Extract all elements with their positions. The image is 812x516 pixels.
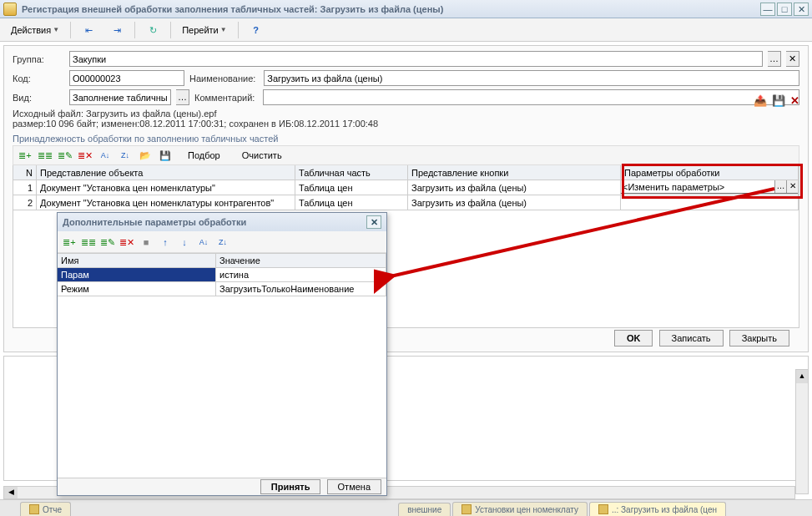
dialog-cancel-button[interactable]: Отмена	[327, 479, 381, 494]
help-button[interactable]: ?	[244, 21, 269, 39]
section-toolbar: ≣+ ≣≣ ≣✎ ≣✕ A↓ Z↓ 📂 💾 Подбор Очистить	[13, 145, 799, 165]
dialog-grid: Имя Значение Парам истина Режим Загрузит…	[58, 253, 386, 478]
tab-item[interactable]: Установки цен номенклату	[452, 502, 588, 516]
dlg-copy-button[interactable]: ≣≣	[80, 234, 97, 250]
name-label: Наименование:	[189, 73, 255, 83]
code-input[interactable]	[69, 70, 184, 86]
dlg-move-down-button[interactable]: ↓	[176, 234, 193, 250]
folder-icon	[598, 504, 608, 514]
dlg-add-button[interactable]: ≣+	[61, 234, 78, 250]
group-select-button[interactable]: …	[768, 51, 781, 67]
dialog-grid-header: Имя Значение	[58, 254, 386, 268]
main-toolbar: Действия▼ ⇤ ⇥ ↻ Перейти▼ ?	[0, 18, 812, 42]
maximize-button[interactable]: □	[777, 3, 792, 16]
ok-button[interactable]: OK	[614, 330, 653, 347]
table-row[interactable]: 2 Документ "Установка цен номенклатуры к…	[13, 195, 799, 210]
close-form-button[interactable]: Закрыть	[729, 330, 789, 347]
sort-asc-button[interactable]: A↓	[97, 147, 113, 164]
scroll-up-icon[interactable]: ▲	[796, 370, 808, 383]
save-button[interactable]: 💾	[157, 147, 174, 164]
group-input[interactable]	[69, 51, 763, 67]
dlg-col-name[interactable]: Имя	[58, 254, 216, 268]
dlg-move-up-button[interactable]: ↑	[157, 234, 174, 250]
folder-icon	[461, 504, 472, 514]
dlg-col-value[interactable]: Значение	[216, 254, 386, 268]
add-row-button[interactable]: ≣+	[17, 147, 33, 164]
source-file-line2: размер:10 096 байт; изменен:08.12.2011 1…	[13, 119, 799, 129]
col-n[interactable]: N	[13, 165, 37, 180]
params-clear-button[interactable]: ✕	[786, 180, 798, 193]
close-button[interactable]: ✕	[794, 3, 809, 16]
goto-menu[interactable]: Перейти▼	[176, 23, 233, 38]
group-clear-button[interactable]: ✕	[786, 51, 799, 67]
write-button[interactable]: Записать	[659, 330, 724, 347]
window-title: Регистрация внешней обработки заполнения…	[22, 4, 760, 14]
select-button[interactable]: Подбор	[180, 148, 228, 163]
tab-item[interactable]: Отче	[20, 502, 71, 516]
title-bar: Регистрация внешней обработки заполнения…	[0, 0, 812, 18]
help-icon: ?	[250, 23, 263, 37]
dialog-close-button[interactable]: ✕	[366, 215, 381, 229]
arrow-left-icon: ⇤	[82, 23, 95, 37]
folder-icon	[3, 3, 17, 16]
table-row[interactable]: 1 Документ "Установка цен номенклатуры" …	[13, 180, 799, 195]
col-obj[interactable]: Представление объекта	[37, 165, 295, 180]
dialog-accept-button[interactable]: Принять	[260, 479, 321, 494]
clear-button[interactable]: Очистить	[235, 148, 290, 163]
delete-row-button[interactable]: ≣✕	[77, 147, 93, 164]
minimize-button[interactable]: —	[760, 3, 775, 16]
source-file-line1: Исходный файл: Загрузить из файла (цены)…	[13, 109, 799, 119]
dialog-row[interactable]: Парам истина	[58, 268, 386, 282]
tab-item-active[interactable]: ..: Загрузить из файла (цен	[589, 502, 726, 516]
col-btn[interactable]: Представление кнопки	[408, 165, 621, 180]
kind-dropdown-button[interactable]: …	[176, 89, 189, 105]
dialog-row[interactable]: Режим ЗагрузитьТолькоНаименование	[58, 282, 386, 296]
save-file-icon[interactable]: 💾	[772, 94, 785, 107]
comment-label: Комментарий:	[194, 93, 255, 103]
upload-file-icon[interactable]: 📤	[754, 94, 767, 107]
folder-icon	[29, 504, 39, 514]
dialog-footer: Принять Отмена	[58, 478, 386, 495]
delete-file-icon[interactable]: ✕	[790, 94, 799, 107]
params-edit-cell[interactable]: … ✕	[621, 180, 799, 194]
refresh-icon: ↻	[146, 23, 159, 37]
comment-input[interactable]	[263, 89, 799, 105]
nav-forward-button[interactable]: ⇥	[104, 21, 129, 39]
code-label: Код:	[13, 73, 64, 83]
table-header: N Представление объекта Табличная часть …	[13, 165, 799, 180]
col-par[interactable]: Параметры обработки	[621, 165, 799, 180]
dialog-title: Дополнительные параметры обработки	[63, 217, 246, 227]
actions-menu[interactable]: Действия▼	[5, 23, 65, 38]
group-label: Группа:	[13, 54, 64, 64]
arrow-right-icon: ⇥	[110, 23, 124, 37]
refresh-button[interactable]: ↻	[140, 21, 165, 39]
tab-item[interactable]: внешние	[398, 503, 451, 516]
open-button[interactable]: 📂	[137, 147, 154, 164]
dlg-edit-button[interactable]: ≣✎	[99, 234, 116, 250]
dlg-sort-asc-button[interactable]: A↓	[195, 234, 212, 250]
dlg-sort-desc-button[interactable]: Z↓	[214, 234, 231, 250]
params-dialog: Дополнительные параметры обработки ✕ ≣+ …	[57, 212, 387, 496]
file-icons: 📤 💾 ✕	[754, 94, 799, 107]
kind-label: Вид:	[13, 93, 64, 103]
sort-desc-button[interactable]: Z↓	[117, 147, 134, 164]
section-title: Принадлежность обработки по заполнению т…	[13, 134, 799, 144]
dlg-finish-button[interactable]: ■	[138, 234, 154, 250]
params-select-button[interactable]: …	[774, 180, 786, 193]
window-tab-bar: Отче внешние Установки цен номенклату ..…	[0, 499, 812, 516]
kind-input[interactable]	[69, 89, 171, 105]
vertical-scrollbar[interactable]: ▲	[795, 369, 809, 494]
name-input[interactable]	[264, 70, 799, 86]
edit-row-button[interactable]: ≣✎	[57, 147, 73, 164]
dialog-toolbar: ≣+ ≣≣ ≣✎ ≣✕ ■ ↑ ↓ A↓ Z↓	[58, 231, 386, 253]
add-copy-button[interactable]: ≣≣	[37, 147, 53, 164]
nav-back-button[interactable]: ⇤	[76, 21, 101, 39]
dlg-delete-button[interactable]: ≣✕	[119, 234, 135, 250]
scroll-left-icon[interactable]: ◀	[4, 487, 18, 498]
dialog-title-bar: Дополнительные параметры обработки ✕	[58, 213, 386, 231]
col-tab[interactable]: Табличная часть	[295, 165, 408, 180]
params-input[interactable]	[621, 180, 774, 193]
